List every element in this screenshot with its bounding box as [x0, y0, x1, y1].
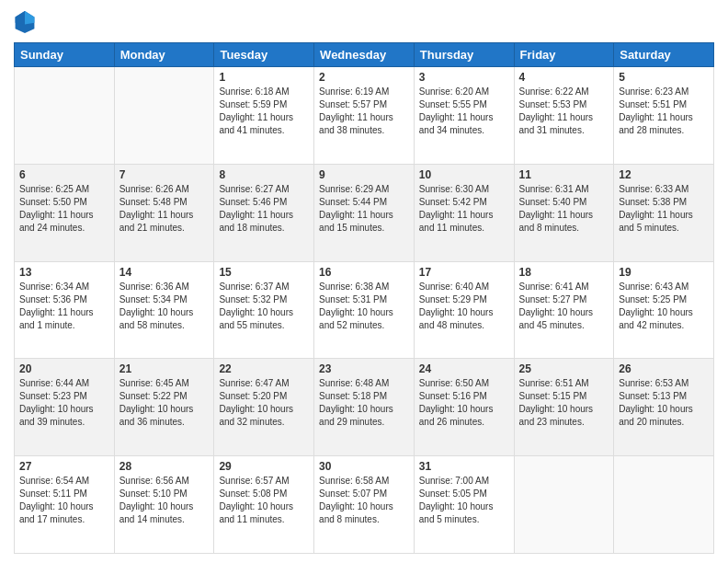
day-number: 2	[319, 71, 409, 84]
calendar-cell: 9Sunrise: 6:29 AM Sunset: 5:44 PM Daylig…	[314, 164, 415, 261]
calendar-cell: 5Sunrise: 6:23 AM Sunset: 5:51 PM Daylig…	[614, 67, 714, 165]
calendar-cell: 11Sunrise: 6:31 AM Sunset: 5:40 PM Dayli…	[514, 164, 614, 261]
day-info: Sunrise: 6:33 AM Sunset: 5:38 PM Dayligh…	[619, 183, 709, 235]
calendar-week-4: 20Sunrise: 6:44 AM Sunset: 5:23 PM Dayli…	[15, 359, 714, 456]
calendar-cell: 12Sunrise: 6:33 AM Sunset: 5:38 PM Dayli…	[614, 164, 714, 261]
day-info: Sunrise: 6:48 AM Sunset: 5:18 PM Dayligh…	[319, 377, 409, 429]
calendar-cell: 8Sunrise: 6:27 AM Sunset: 5:46 PM Daylig…	[214, 164, 314, 261]
calendar-header-row: SundayMondayTuesdayWednesdayThursdayFrid…	[15, 43, 714, 67]
calendar-cell	[614, 456, 714, 554]
day-number: 9	[319, 168, 409, 181]
calendar-cell: 26Sunrise: 6:53 AM Sunset: 5:13 PM Dayli…	[614, 359, 714, 456]
day-info: Sunrise: 6:53 AM Sunset: 5:13 PM Dayligh…	[619, 377, 709, 429]
day-number: 31	[419, 460, 509, 473]
day-info: Sunrise: 6:26 AM Sunset: 5:48 PM Dayligh…	[119, 183, 210, 235]
calendar-cell: 2Sunrise: 6:19 AM Sunset: 5:57 PM Daylig…	[314, 67, 415, 165]
logo-icon	[14, 9, 36, 35]
day-info: Sunrise: 6:47 AM Sunset: 5:20 PM Dayligh…	[219, 377, 309, 429]
day-info: Sunrise: 6:41 AM Sunset: 5:27 PM Dayligh…	[519, 281, 609, 332]
day-info: Sunrise: 6:25 AM Sunset: 5:50 PM Dayligh…	[19, 183, 109, 235]
day-number: 11	[519, 168, 609, 181]
day-info: Sunrise: 6:56 AM Sunset: 5:10 PM Dayligh…	[119, 475, 210, 526]
header-saturday: Saturday	[614, 43, 714, 67]
day-info: Sunrise: 6:22 AM Sunset: 5:53 PM Dayligh…	[519, 86, 609, 137]
day-info: Sunrise: 6:27 AM Sunset: 5:46 PM Dayligh…	[219, 183, 309, 235]
header	[14, 9, 714, 35]
calendar-cell: 21Sunrise: 6:45 AM Sunset: 5:22 PM Dayli…	[114, 359, 214, 456]
day-number: 22	[219, 362, 309, 375]
day-info: Sunrise: 6:29 AM Sunset: 5:44 PM Dayligh…	[319, 183, 409, 235]
day-info: Sunrise: 6:30 AM Sunset: 5:42 PM Dayligh…	[419, 183, 509, 235]
calendar-cell: 10Sunrise: 6:30 AM Sunset: 5:42 PM Dayli…	[414, 164, 514, 261]
day-number: 5	[619, 71, 709, 84]
day-info: Sunrise: 6:31 AM Sunset: 5:40 PM Dayligh…	[519, 183, 609, 235]
day-number: 25	[519, 362, 609, 375]
day-info: Sunrise: 6:43 AM Sunset: 5:25 PM Dayligh…	[619, 281, 709, 332]
calendar-cell	[114, 67, 214, 165]
day-number: 19	[619, 266, 709, 279]
day-number: 4	[519, 71, 609, 84]
day-number: 3	[419, 71, 509, 84]
calendar-cell: 20Sunrise: 6:44 AM Sunset: 5:23 PM Dayli…	[15, 359, 115, 456]
day-number: 7	[119, 168, 210, 181]
calendar-cell: 23Sunrise: 6:48 AM Sunset: 5:18 PM Dayli…	[314, 359, 415, 456]
calendar-cell: 14Sunrise: 6:36 AM Sunset: 5:34 PM Dayli…	[114, 261, 214, 359]
calendar-cell: 6Sunrise: 6:25 AM Sunset: 5:50 PM Daylig…	[15, 164, 115, 261]
day-number: 12	[619, 168, 709, 181]
day-info: Sunrise: 6:36 AM Sunset: 5:34 PM Dayligh…	[119, 281, 210, 332]
calendar-week-1: 1Sunrise: 6:18 AM Sunset: 5:59 PM Daylig…	[15, 67, 714, 165]
header-tuesday: Tuesday	[214, 43, 314, 67]
calendar-cell: 1Sunrise: 6:18 AM Sunset: 5:59 PM Daylig…	[214, 67, 314, 165]
calendar-cell: 25Sunrise: 6:51 AM Sunset: 5:15 PM Dayli…	[514, 359, 614, 456]
day-number: 14	[119, 266, 210, 279]
header-sunday: Sunday	[15, 43, 115, 67]
day-info: Sunrise: 6:23 AM Sunset: 5:51 PM Dayligh…	[619, 86, 709, 137]
day-info: Sunrise: 6:50 AM Sunset: 5:16 PM Dayligh…	[419, 377, 509, 429]
calendar-cell: 15Sunrise: 6:37 AM Sunset: 5:32 PM Dayli…	[214, 261, 314, 359]
calendar-cell: 27Sunrise: 6:54 AM Sunset: 5:11 PM Dayli…	[15, 456, 115, 554]
day-number: 21	[119, 362, 210, 375]
svg-marker-1	[25, 11, 34, 24]
day-info: Sunrise: 6:54 AM Sunset: 5:11 PM Dayligh…	[19, 475, 109, 526]
day-info: Sunrise: 6:58 AM Sunset: 5:07 PM Dayligh…	[319, 475, 409, 526]
day-number: 27	[19, 460, 109, 473]
day-info: Sunrise: 6:57 AM Sunset: 5:08 PM Dayligh…	[219, 475, 309, 526]
day-info: Sunrise: 6:34 AM Sunset: 5:36 PM Dayligh…	[19, 281, 109, 332]
day-info: Sunrise: 6:19 AM Sunset: 5:57 PM Dayligh…	[319, 86, 409, 137]
calendar-week-3: 13Sunrise: 6:34 AM Sunset: 5:36 PM Dayli…	[15, 261, 714, 359]
header-wednesday: Wednesday	[314, 43, 415, 67]
day-number: 1	[219, 71, 309, 84]
calendar-cell: 28Sunrise: 6:56 AM Sunset: 5:10 PM Dayli…	[114, 456, 214, 554]
calendar-cell: 29Sunrise: 6:57 AM Sunset: 5:08 PM Dayli…	[214, 456, 314, 554]
calendar-cell: 13Sunrise: 6:34 AM Sunset: 5:36 PM Dayli…	[15, 261, 115, 359]
calendar-cell: 4Sunrise: 6:22 AM Sunset: 5:53 PM Daylig…	[514, 67, 614, 165]
day-number: 18	[519, 266, 609, 279]
day-info: Sunrise: 7:00 AM Sunset: 5:05 PM Dayligh…	[419, 475, 509, 526]
day-number: 20	[19, 362, 109, 375]
svg-marker-2	[16, 11, 25, 24]
calendar-cell: 19Sunrise: 6:43 AM Sunset: 5:25 PM Dayli…	[614, 261, 714, 359]
day-number: 30	[319, 460, 409, 473]
calendar-week-2: 6Sunrise: 6:25 AM Sunset: 5:50 PM Daylig…	[15, 164, 714, 261]
day-number: 23	[319, 362, 409, 375]
calendar-week-5: 27Sunrise: 6:54 AM Sunset: 5:11 PM Dayli…	[15, 456, 714, 554]
day-number: 13	[19, 266, 109, 279]
calendar-cell: 7Sunrise: 6:26 AM Sunset: 5:48 PM Daylig…	[114, 164, 214, 261]
calendar-cell: 17Sunrise: 6:40 AM Sunset: 5:29 PM Dayli…	[414, 261, 514, 359]
day-info: Sunrise: 6:51 AM Sunset: 5:15 PM Dayligh…	[519, 377, 609, 429]
day-number: 26	[619, 362, 709, 375]
calendar-cell: 3Sunrise: 6:20 AM Sunset: 5:55 PM Daylig…	[414, 67, 514, 165]
calendar-cell: 30Sunrise: 6:58 AM Sunset: 5:07 PM Dayli…	[314, 456, 415, 554]
day-info: Sunrise: 6:40 AM Sunset: 5:29 PM Dayligh…	[419, 281, 509, 332]
calendar-cell: 31Sunrise: 7:00 AM Sunset: 5:05 PM Dayli…	[414, 456, 514, 554]
day-number: 24	[419, 362, 509, 375]
calendar-cell	[15, 67, 115, 165]
calendar-cell: 22Sunrise: 6:47 AM Sunset: 5:20 PM Dayli…	[214, 359, 314, 456]
day-number: 15	[219, 266, 309, 279]
day-info: Sunrise: 6:37 AM Sunset: 5:32 PM Dayligh…	[219, 281, 309, 332]
header-friday: Friday	[514, 43, 614, 67]
day-number: 16	[319, 266, 409, 279]
day-info: Sunrise: 6:44 AM Sunset: 5:23 PM Dayligh…	[19, 377, 109, 429]
day-info: Sunrise: 6:45 AM Sunset: 5:22 PM Dayligh…	[119, 377, 210, 429]
calendar-cell: 24Sunrise: 6:50 AM Sunset: 5:16 PM Dayli…	[414, 359, 514, 456]
